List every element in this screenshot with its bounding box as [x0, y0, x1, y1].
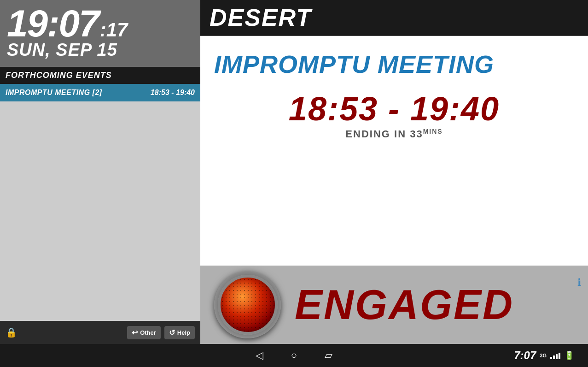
- event-time: 18:53 - 19:40: [151, 89, 195, 97]
- signal-bar-3: [556, 354, 558, 359]
- signal-bar-2: [553, 355, 555, 359]
- engaged-light-wrapper: [214, 272, 281, 338]
- ending-suffix: MINS: [423, 128, 443, 135]
- forthcoming-title: FORTHCOMING EVENTS: [6, 71, 195, 80]
- clock-time: 19:07 :17: [7, 5, 193, 42]
- empty-area: [0, 101, 200, 321]
- lock-icon: 🔒: [6, 327, 17, 338]
- meeting-title: IMPROMPTU MEETING: [214, 50, 574, 78]
- right-panel: DESERT IMPROMPTU MEETING 18:53 - 19:40 E…: [200, 0, 588, 344]
- help-button[interactable]: ↺ Help: [164, 326, 195, 339]
- main-content: 19:07 :17 SUN, SEP 15 FORTHCOMING EVENTS…: [0, 0, 588, 344]
- room-header: DESERT: [200, 0, 588, 36]
- engaged-text: ENGAGED: [295, 281, 514, 329]
- signal-bar-1: [550, 357, 552, 359]
- other-label: Other: [140, 329, 156, 336]
- clock-date: SUN, SEP 15: [7, 40, 193, 60]
- meeting-time-range: 18:53 - 19:40: [214, 92, 574, 125]
- recents-button[interactable]: ▱: [325, 349, 332, 361]
- forthcoming-header: FORTHCOMING EVENTS: [0, 67, 200, 84]
- clock-seconds: :17: [100, 20, 128, 40]
- clock-area: 19:07 :17 SUN, SEP 15: [0, 0, 200, 67]
- event-list-item[interactable]: IMPROMPTU MEETING [2] 18:53 - 19:40: [0, 84, 200, 101]
- help-label: Help: [177, 329, 190, 336]
- nav-buttons: ◁ ○ ▱: [256, 349, 332, 361]
- nav-bar: ◁ ○ ▱ 7:07 3G 🔋 ℹ: [0, 344, 588, 367]
- help-icon: ↺: [169, 328, 175, 337]
- battery-icon: 🔋: [564, 350, 574, 361]
- network-indicator: 3G: [540, 353, 547, 358]
- bottom-buttons: ↩ Other ↺ Help: [127, 326, 195, 339]
- other-icon: ↩: [132, 328, 138, 337]
- left-panel: 19:07 :17 SUN, SEP 15 FORTHCOMING EVENTS…: [0, 0, 200, 344]
- other-button[interactable]: ↩ Other: [127, 326, 161, 339]
- back-button[interactable]: ◁: [256, 349, 263, 361]
- info-button[interactable]: ℹ: [577, 277, 581, 289]
- home-button[interactable]: ○: [291, 349, 297, 361]
- engaged-area: ENGAGED: [200, 266, 588, 344]
- room-name: DESERT: [210, 6, 579, 30]
- signal-bar-4: [559, 353, 560, 359]
- engaged-light: [218, 275, 278, 335]
- meeting-info: IMPROMPTU MEETING 18:53 - 19:40 ENDING I…: [200, 36, 588, 266]
- meeting-countdown: ENDING IN 33MINS: [214, 128, 574, 140]
- clock-hours-minutes: 19:07: [7, 5, 99, 42]
- ending-prefix: ENDING IN 33: [345, 128, 423, 140]
- event-name: IMPROMPTU MEETING [2]: [6, 89, 102, 97]
- status-bar: 7:07 3G 🔋: [514, 349, 574, 362]
- signal-bars: [550, 352, 560, 359]
- status-time: 7:07: [514, 349, 536, 362]
- left-bottom-bar: 🔒 ↩ Other ↺ Help: [0, 321, 200, 344]
- meeting-times: 18:53 - 19:40 ENDING IN 33MINS: [214, 92, 574, 140]
